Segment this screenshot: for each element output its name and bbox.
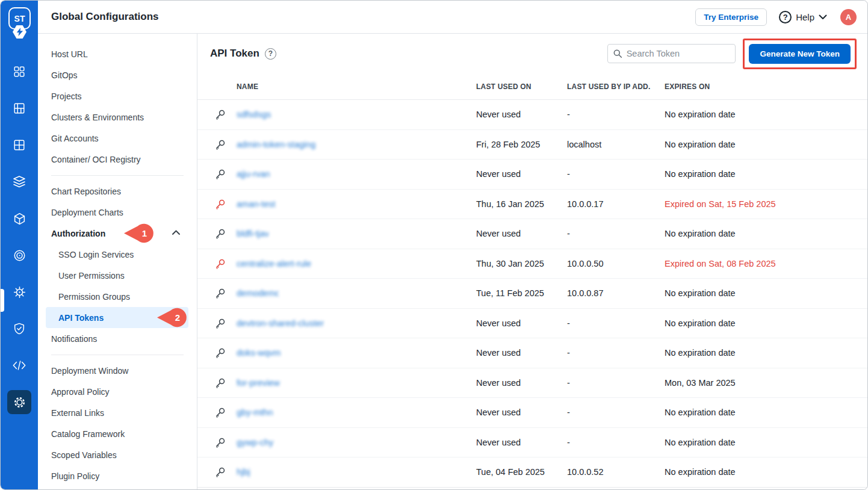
- sidebar-item-user-permissions[interactable]: User Permissions: [38, 265, 197, 286]
- last-used-ip-cell: -: [567, 378, 665, 388]
- sidebar-item-label: Catalog Framework: [51, 429, 125, 439]
- sidebar-item-chart-repositories[interactable]: Chart Repositories: [38, 181, 197, 202]
- sidebar-item-label: SSO Login Services: [58, 250, 134, 259]
- sidebar-item-host-url[interactable]: Host URL: [38, 43, 197, 64]
- table-row: bldfi-tjavNever used-No expiration date: [197, 219, 867, 249]
- sidebar-item-notifications[interactable]: Notifications: [38, 328, 197, 349]
- rail-code-icon[interactable]: [7, 353, 31, 377]
- expires-on-cell: Mon, 03 Mar 2025: [665, 378, 867, 388]
- token-name-link[interactable]: admin-token-staging: [237, 140, 321, 149]
- token-key-icon: [214, 228, 226, 240]
- sidebar-item-permission-groups[interactable]: Permission Groups: [38, 286, 197, 307]
- rail-cube-icon[interactable]: [7, 206, 31, 231]
- sidebar-item-authorization[interactable]: Authorization1: [38, 223, 197, 244]
- sidebar-item-approval-policy[interactable]: Approval Policy: [38, 381, 197, 402]
- expires-on-cell: No expiration date: [665, 169, 867, 179]
- sidebar-item-clusters-environments[interactable]: Clusters & Environments: [38, 107, 197, 128]
- rail-app-groups-icon[interactable]: [7, 133, 31, 157]
- sidebar-item-plugin-policy[interactable]: Plugin Policy: [38, 465, 197, 486]
- column-header-name: NAME: [197, 82, 476, 91]
- try-enterprise-button[interactable]: Try Enterprise: [695, 8, 767, 26]
- expires-on-cell: No expiration date: [665, 438, 867, 447]
- sidebar-item-label: Authorization: [51, 229, 105, 238]
- sidebar-item-api-tokens[interactable]: API Tokens2: [46, 307, 188, 328]
- token-name-link[interactable]: centralize-alert-rule: [237, 259, 311, 268]
- rail-gear-icon[interactable]: [7, 390, 31, 414]
- help-icon: ?: [779, 11, 792, 23]
- table-row: demodemoTue, 11 Feb 202510.0.0.87No expi…: [197, 279, 867, 309]
- search-input[interactable]: [627, 49, 730, 58]
- token-key-icon: [214, 406, 226, 418]
- table-row: gywp-chyNever used-No expiration date: [197, 428, 867, 458]
- last-used-on-cell: Never used: [476, 318, 567, 328]
- sidebar-item-deployment-charts[interactable]: Deployment Charts: [38, 202, 197, 223]
- sidebar-item-sso-login-services[interactable]: SSO Login Services: [38, 244, 197, 265]
- token-name-link[interactable]: gywp-chy: [237, 438, 277, 447]
- last-used-ip-cell: localhost: [567, 140, 665, 149]
- generate-new-token-button[interactable]: Generate New Token: [749, 44, 851, 64]
- last-used-ip-cell: -: [567, 229, 665, 238]
- sidebar-item-label: Chart Repositories: [51, 187, 121, 196]
- sidebar-item-git-accounts[interactable]: Git Accounts: [38, 128, 197, 149]
- token-name-link[interactable]: devtron-shared-cluster: [237, 318, 329, 328]
- sidebar-item-label: API Tokens: [58, 313, 104, 323]
- token-name-link[interactable]: sdfsdsgs: [237, 110, 275, 119]
- last-used-on-cell: Never used: [476, 438, 567, 447]
- last-used-on-cell: Never used: [476, 378, 567, 388]
- sidebar-item-projects[interactable]: Projects: [38, 85, 197, 107]
- expires-on-cell: No expiration date: [665, 408, 867, 417]
- help-menu[interactable]: ? Help: [779, 11, 827, 23]
- active-nav-indicator: [1, 289, 4, 312]
- token-name-link[interactable]: ajju-rvan: [237, 169, 276, 179]
- token-key-icon: [214, 168, 226, 180]
- page-title: Global Configurations: [51, 11, 159, 23]
- rail-jobs-chart-icon[interactable]: [7, 96, 31, 120]
- token-name-link[interactable]: bldfi-tjav: [237, 229, 268, 238]
- rail-apps-grid-icon[interactable]: [7, 60, 31, 84]
- sidebar-item-gitops[interactable]: GitOps: [38, 64, 197, 85]
- column-header-last-used-by-ip-add: LAST USED BY IP ADD.: [567, 82, 665, 91]
- token-key-icon: [214, 317, 226, 329]
- token-name-link[interactable]: gby-mthn: [237, 408, 276, 417]
- last-used-on-cell: Thu, 16 Jan 2025: [476, 199, 567, 209]
- sidebar-item-deployment-window[interactable]: Deployment Window: [38, 360, 197, 381]
- sidebar-item-label: Approval Policy: [51, 387, 110, 397]
- token-key-icon: [214, 347, 226, 359]
- sidebar-item-label: Deployment Window: [51, 366, 128, 376]
- svg-text:1: 1: [142, 228, 147, 238]
- sidebar-item-container-oci-registry[interactable]: Container/ OCI Registry: [38, 149, 197, 170]
- sidebar-item-label: Scoped Variables: [51, 450, 117, 460]
- table-row: hjbjTue, 04 Feb 202510.0.0.52No expirati…: [197, 457, 867, 488]
- token-name-link[interactable]: aman-test: [237, 199, 277, 209]
- sidebar-item-label: Projects: [51, 91, 82, 101]
- last-used-ip-cell: 10.0.0.87: [567, 288, 665, 298]
- token-name-link[interactable]: for-preview: [237, 378, 280, 388]
- last-used-on-cell: Never used: [476, 408, 567, 417]
- table-row: ajju-rvanNever used-No expiration date: [197, 160, 867, 190]
- table-row: devtron-shared-clusterNever used-No expi…: [197, 309, 867, 339]
- table-row: doks-wqvmNever used-No expiration date: [197, 338, 867, 368]
- token-name-link[interactable]: doks-wqvm: [237, 348, 282, 358]
- left-icon-rail: ST: [1, 1, 38, 489]
- last-used-ip-cell: 10.0.0.17: [567, 199, 665, 209]
- sidebar-item-label: Notifications: [51, 334, 97, 344]
- sidebar-item-label: Git Accounts: [51, 134, 99, 143]
- rail-stack-layers-icon[interactable]: [7, 170, 31, 194]
- last-used-on-cell: Thu, 30 Jan 2025: [476, 259, 567, 268]
- table-row: for-previewNever used-Mon, 03 Mar 2025: [197, 368, 867, 399]
- expires-on-cell: No expiration date: [665, 348, 867, 358]
- sidebar-item-external-links[interactable]: External Links: [38, 402, 197, 423]
- sidebar-item-label: Permission Groups: [58, 292, 130, 302]
- avatar[interactable]: A: [840, 9, 857, 25]
- token-name-link[interactable]: hjbj: [237, 467, 253, 477]
- chevron-up-icon[interactable]: [172, 229, 181, 235]
- rail-helm-wheel-icon[interactable]: [7, 280, 31, 304]
- section-help-icon[interactable]: ?: [265, 48, 276, 60]
- rail-bullseye-icon[interactable]: [7, 243, 31, 267]
- rail-shield-check-icon[interactable]: [7, 317, 31, 341]
- sidebar-item-catalog-framework[interactable]: Catalog Framework: [38, 423, 197, 444]
- sidebar-item-scoped-variables[interactable]: Scoped Variables: [38, 444, 197, 465]
- app-logo[interactable]: ST: [1, 1, 38, 51]
- app-header: Global Configurations Try Enterprise ? H…: [38, 1, 867, 34]
- token-name-link[interactable]: demodemo: [237, 288, 279, 298]
